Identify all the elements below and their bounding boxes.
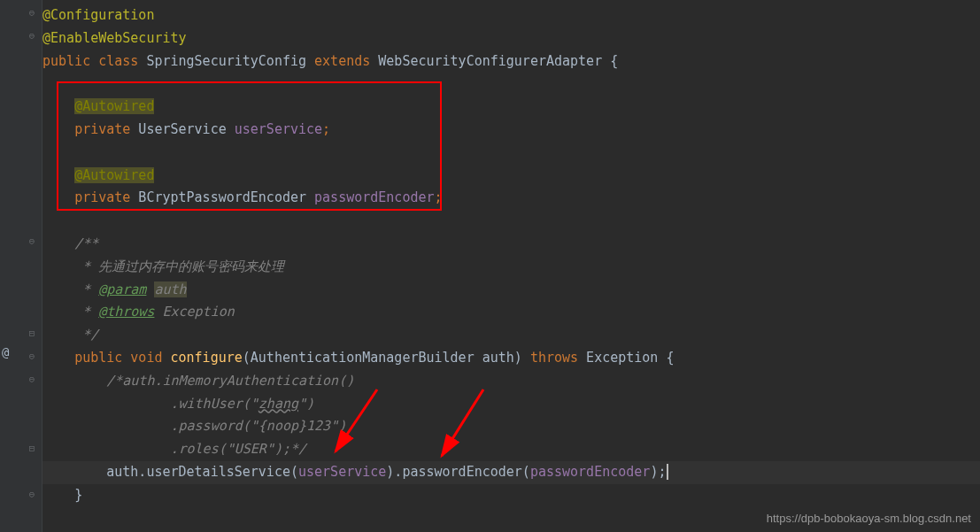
code-line: .password("{noop}123") <box>42 415 980 438</box>
code-line <box>42 142 980 165</box>
watermark: https://dpb-bobokaoya-sm.blog.csdn.net <box>767 512 971 525</box>
editor-gutter: ⊖ ⊖ ⊖ ⊟ ⊖ ⊖ ⊟ ⊖ @ <box>0 0 42 532</box>
code-line: * 先通过内存中的账号密码来处理 <box>42 256 980 279</box>
code-line: @Autowired <box>42 165 980 188</box>
code-editor[interactable]: @Configuration @EnableWebSecurity public… <box>42 0 980 507</box>
fold-icon[interactable]: ⊖ <box>25 372 39 386</box>
code-line: @Autowired <box>42 96 980 119</box>
code-line: @EnableWebSecurity <box>42 27 980 50</box>
text-cursor <box>667 464 668 480</box>
code-line: } <box>42 484 980 507</box>
code-line: public void configure(AuthenticationMana… <box>42 347 980 370</box>
fold-icon[interactable]: ⊖ <box>25 28 39 42</box>
override-icon[interactable]: @ <box>2 345 9 359</box>
code-line: private BCryptPasswordEncoder passwordEn… <box>42 187 980 210</box>
code-line <box>42 73 980 96</box>
fold-icon[interactable]: ⊟ <box>25 326 39 340</box>
code-line-current: auth.userDetailsService(userService).pas… <box>42 461 980 484</box>
code-line: .roles("USER");*/ <box>42 438 980 461</box>
fold-icon[interactable]: ⊖ <box>25 349 39 363</box>
code-line: public class SpringSecurityConfig extend… <box>42 50 980 73</box>
fold-icon[interactable]: ⊖ <box>25 234 39 248</box>
fold-close-icon[interactable]: ⊟ <box>25 441 39 455</box>
code-line: /*auth.inMemoryAuthentication() <box>42 370 980 393</box>
fold-icon[interactable]: ⊖ <box>25 487 39 501</box>
code-line: .withUser("zhang") <box>42 393 980 416</box>
code-line: private UserService userService; <box>42 119 980 142</box>
code-line: * @throws Exception <box>42 301 980 324</box>
code-line: /** <box>42 233 980 256</box>
code-line: @Configuration <box>42 4 980 27</box>
fold-icon[interactable]: ⊖ <box>25 5 39 19</box>
code-line <box>42 210 980 233</box>
code-line: * @param auth <box>42 279 980 302</box>
code-line: */ <box>42 324 980 347</box>
